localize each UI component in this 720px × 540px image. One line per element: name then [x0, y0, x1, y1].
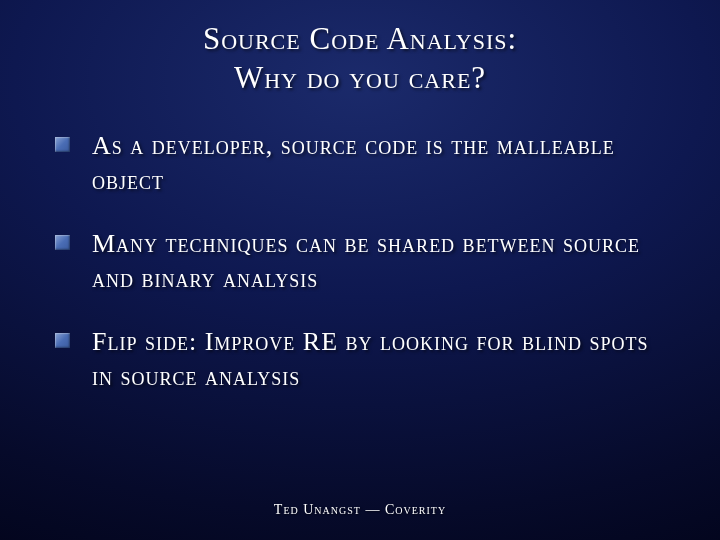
title-line-2: Why do you care? — [0, 59, 720, 98]
square-bullet-icon — [55, 137, 70, 152]
slide-title: Source Code Analysis: Why do you care? — [0, 0, 720, 98]
list-item: Many techniques can be shared between so… — [55, 226, 670, 296]
square-bullet-icon — [55, 333, 70, 348]
list-item: Flip side: Improve RE by looking for bli… — [55, 324, 670, 394]
bullet-text: Flip side: Improve RE by looking for bli… — [92, 324, 670, 394]
square-bullet-icon — [55, 235, 70, 250]
list-item: As a developer, source code is the malle… — [55, 128, 670, 198]
slide-body: As a developer, source code is the malle… — [0, 98, 720, 395]
bullet-text: Many techniques can be shared between so… — [92, 226, 670, 296]
slide-footer: Ted Unangst — Coverity — [0, 502, 720, 518]
title-line-1: Source Code Analysis: — [0, 20, 720, 59]
bullet-text: As a developer, source code is the malle… — [92, 128, 670, 198]
